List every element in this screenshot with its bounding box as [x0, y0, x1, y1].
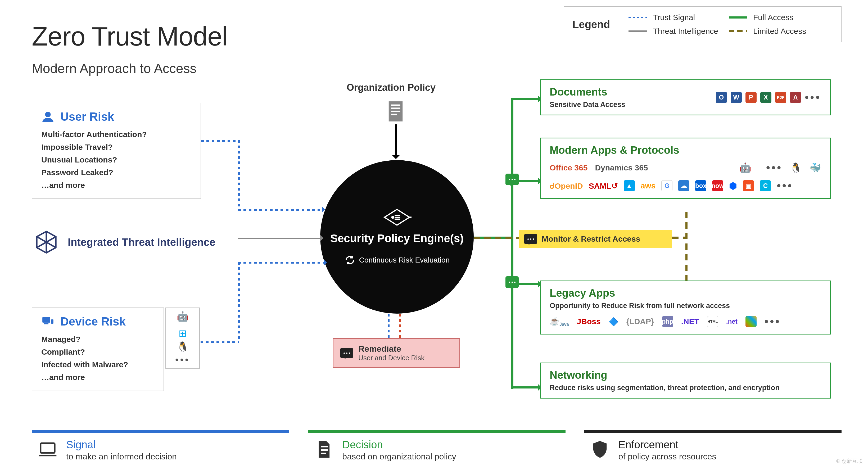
device-risk-box: Device Risk Managed? Compliant? Infected… [32, 308, 164, 391]
documents-title: Documents [550, 86, 625, 98]
dotnet-icon: .NET [681, 317, 699, 326]
svg-rect-20 [321, 446, 328, 447]
svg-rect-22 [321, 453, 326, 454]
connector [511, 386, 540, 388]
legend-item: Limited Access [753, 27, 806, 36]
device-risk-item: …and more [41, 371, 155, 384]
box-icon: box [695, 180, 706, 191]
openid-icon: ᑯOpenID [550, 181, 583, 191]
connector [672, 237, 685, 239]
documents-box: Documents Sensitive Data Access O W P X … [540, 80, 831, 115]
svg-rect-7 [44, 323, 49, 324]
remediate-title: Remediate [358, 344, 425, 354]
laptop-icon [37, 439, 58, 460]
android-icon: 🤖 [739, 162, 751, 173]
decision-title: Decision [342, 439, 456, 451]
iti-label: Integrated Threat Intelligence [68, 236, 215, 248]
engine-sub: Continuous Risk Evaluation [359, 256, 450, 264]
docker-icon: 🐳 [809, 162, 821, 173]
dropbox-icon: ⬢ [729, 181, 737, 191]
svg-point-0 [45, 112, 51, 117]
net-sub: Reduce risks using segmentation, threat … [550, 384, 821, 392]
connector [238, 140, 240, 209]
more-icon: ••• [805, 91, 821, 104]
enforce-title: Enforcement [618, 439, 716, 451]
windows-legacy-icon [745, 316, 756, 327]
device-risk-title: Device Risk [60, 315, 126, 328]
monitor-restrict-label: Monitor & Restrict Access [542, 234, 640, 244]
svg-rect-21 [321, 449, 328, 451]
salesforce-icon: ☁ [678, 180, 689, 191]
connector [399, 314, 401, 338]
connector [511, 98, 514, 389]
arrow-right-icon [324, 260, 330, 265]
signal-title: Signal [66, 439, 177, 451]
svg-rect-5 [42, 317, 50, 322]
aws-icon: aws [641, 181, 656, 190]
connector [395, 124, 397, 156]
user-icon [41, 110, 55, 123]
legend-item: Trust Signal [653, 13, 695, 22]
security-policy-engine: Security Policy Engine(s) Continuous Ris… [320, 160, 474, 314]
connector [238, 262, 240, 341]
watermark: © 创新互联 [836, 458, 863, 465]
dotnet2-icon: .net [726, 318, 738, 325]
monitor-restrict-access: Monitor & Restrict Access [519, 230, 672, 248]
user-risk-item: Password Leaked? [41, 166, 192, 179]
svg-rect-19 [40, 443, 55, 453]
legend: Legend Trust Signal Threat Intelligence … [564, 6, 841, 42]
connector [201, 140, 238, 142]
jboss-icon: JBoss [577, 317, 601, 326]
more-icon: ••• [777, 180, 793, 192]
java-icon: ☕Java [550, 316, 569, 327]
chat-icon [505, 276, 519, 288]
windows-icon: ⊞ [179, 329, 187, 338]
connector [685, 212, 687, 281]
more-icon: ••• [766, 161, 782, 174]
user-risk-item: Impossible Travel? [41, 141, 192, 154]
refresh-icon [344, 255, 355, 266]
graph-icon [34, 230, 58, 254]
router-icon [382, 208, 411, 226]
more-icon: ••• [765, 315, 781, 328]
c-icon: C [760, 180, 771, 191]
bottom-signal: Signalto make an informed decision [32, 430, 289, 467]
chat-icon [505, 174, 519, 185]
dynamics365-label: Dynamics 365 [595, 163, 648, 172]
remediate-box: Remediate User and Device Risk [333, 338, 460, 368]
svg-rect-12 [391, 114, 397, 115]
iis-icon: 🔷 [609, 317, 618, 326]
device-risk-item: Managed? [41, 333, 155, 346]
legacy-title: Legacy Apps [550, 287, 821, 299]
arrow-right-icon [322, 207, 328, 212]
user-risk-item: Unusual Locations? [41, 154, 192, 166]
swatch-threat-intel [628, 30, 647, 32]
bottom-bar: Signalto make an informed decision Decis… [32, 430, 841, 467]
enforce-sub: of policy across resources [618, 452, 716, 462]
modern-apps-box: Modern Apps & Protocols Office 365 Dynam… [540, 137, 831, 199]
bottom-enforcement: Enforcementof policy across resources [584, 430, 841, 467]
office365-label: Office 365 [550, 163, 588, 172]
user-risk-title: User Risk [60, 110, 114, 123]
connector [238, 262, 324, 263]
legend-item: Full Access [753, 13, 794, 22]
excel-icon: X [760, 92, 771, 103]
linux-icon: 🐧 [177, 342, 189, 351]
connector [388, 314, 390, 338]
bottom-decision: Decisionbased on organizational policy [308, 430, 565, 467]
linux-icon: 🐧 [790, 162, 802, 173]
chat-icon [524, 234, 537, 244]
chat-icon [340, 348, 353, 358]
networking-box: Networking Reduce risks using segmentati… [540, 363, 831, 399]
page-title: Zero Trust Model [32, 21, 227, 52]
swatch-full-access [729, 17, 747, 19]
user-risk-item: …and more [41, 179, 192, 192]
pdf-icon: PDF [775, 92, 786, 103]
connector [200, 341, 239, 343]
android-icon: 🤖 [177, 312, 189, 321]
connector [238, 238, 320, 239]
device-risk-item: Compliant? [41, 346, 155, 358]
page-subtitle: Modern Approach to Access [32, 61, 197, 76]
user-risk-item: Multi-factor Authentication? [41, 128, 192, 141]
legacy-sub: Opportunity to Reduce Risk from full net… [550, 302, 821, 310]
